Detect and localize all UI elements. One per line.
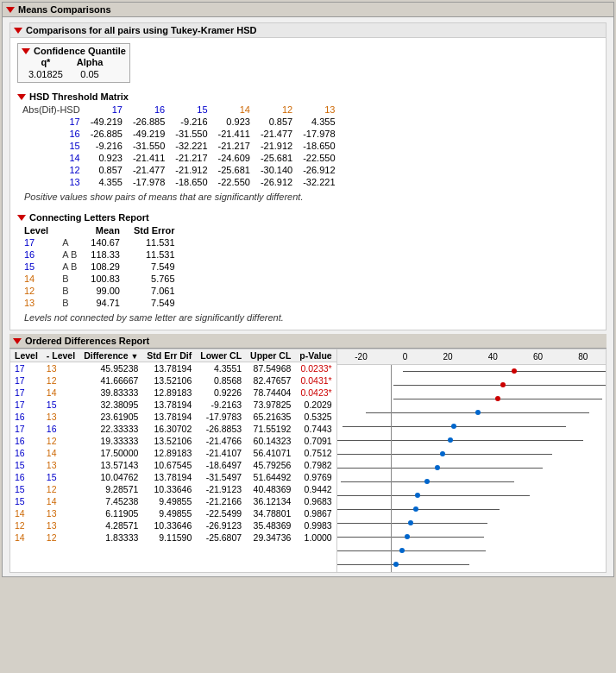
chart-row-8 [337,475,606,489]
chart-dot [475,410,481,415]
hsd-row-14: 14 0.923 -21.411 -21.217 -24.609 -25.681… [17,152,341,164]
od-cell-minus: 12 [42,374,79,387]
hsd-row-label-16: 16 [17,128,85,140]
hsd-17-14: 0.923 [213,116,255,128]
hsd-17-17: -49.219 [85,116,128,128]
od-cell-upper: 87.54968 [246,362,295,375]
collapse-icon-hsd[interactable] [17,94,26,100]
hsd-row-label-12: 12 [17,164,85,176]
hsd-16-14: -21.411 [213,128,255,140]
od-cell-lower: -21.9123 [196,483,246,495]
od-cell-lower: -21.2166 [196,495,246,507]
chart-row-2 [337,393,606,406]
chart-ci-line [403,371,606,372]
od-cell-diff: 22.33333 [79,423,142,435]
alpha-value: 0.05 [70,68,110,80]
od-cell-diff: 39.83333 [79,387,142,399]
od-row-10: 15 12 9.28571 10.33646 -21.9123 40.48369… [10,483,336,495]
cl-mean-16: 118.33 [84,248,127,261]
od-row-14: 14 12 1.83333 9.11590 -25.6807 29.34736 … [10,531,336,544]
hsd-14-13: -22.550 [298,152,340,164]
od-cell-stderr: 9.11590 [142,531,196,544]
od-cell-upper: 73.97825 [246,399,295,411]
od-cell-level: 17 [10,423,42,435]
od-cell-level: 17 [10,387,42,399]
hsd-12-14: -25.681 [213,164,255,176]
abs-dif-label: Abs(Dif)-HSD [17,104,85,116]
hsd-15-15: -32.221 [170,140,212,152]
hsd-14-12: -25.681 [255,152,298,164]
hsd-section: HSD Threshold Matrix Abs(Dif)-HSD 17 16 … [10,88,606,209]
hsd-12-12: -30.140 [255,164,298,176]
chart-ci-line [337,550,487,551]
od-cell-stderr: 13.78194 [142,411,196,423]
hsd-col-16: 16 [128,104,170,116]
chart-label--20: -20 [355,352,367,362]
collapse-icon-cq[interactable] [22,48,30,54]
hsd-15-17: -9.216 [85,140,128,152]
comparisons-title: Comparisons for all pairs using Tukey-Kr… [26,25,257,35]
collapse-icon-od[interactable] [13,338,22,344]
od-cell-lower: -25.6807 [196,531,246,544]
od-cell-upper: 36.12134 [246,495,295,507]
comparisons-header: Comparisons for all pairs using Tukey-Kr… [10,23,606,38]
od-cell-diff: 9.28571 [79,483,142,495]
cl-stderr-14: 5.765 [127,273,182,285]
od-row-5: 17 16 22.33333 16.30702 -26.8853 71.5519… [10,423,336,435]
collapse-icon-comparisons[interactable] [14,28,22,34]
hsd-13-15: -18.650 [170,176,212,188]
od-cell-stderr: 13.52106 [142,374,196,387]
od-cell-level: 15 [10,495,42,507]
chart-row-4 [337,420,606,434]
od-chart-section: -20 0 20 40 60 80 [336,349,606,572]
od-th-stderr: Std Err Dif [142,349,196,362]
hsd-col-17: 17 [85,104,128,116]
od-cell-minus: 12 [42,483,79,495]
od-cell-stderr: 9.49855 [142,507,196,519]
od-cell-diff: 23.61905 [79,411,142,423]
od-cell-upper: 56.41071 [246,447,295,459]
od-cell-upper: 60.14323 [246,435,295,447]
hsd-12-15: -21.912 [170,164,212,176]
od-cell-stderr: 16.30702 [142,423,196,435]
cl-header-level: Level [17,224,55,236]
q-value: 3.01825 [22,68,70,80]
cl-mean-17: 140.67 [84,236,127,248]
confidence-quantile-box: Confidence Quantile q* Alpha 3.01825 0.0… [17,43,130,83]
collapse-icon-main[interactable] [6,7,15,13]
cl-level-17: 17 [17,236,55,248]
chart-dot [495,396,500,401]
hsd-note: Positive values show pairs of means that… [17,188,599,205]
cq-title: Confidence Quantile [34,46,126,56]
collapse-icon-cl[interactable] [17,215,26,221]
cl-row-15: 15 A B 108.29 7.549 [17,261,182,273]
od-cell-pvalue: 0.7091 [295,435,336,447]
chart-row-1 [337,379,606,393]
chart-dot [500,382,506,387]
hsd-row-12: 12 0.857 -21.477 -21.912 -25.681 -30.140… [17,164,341,176]
od-cell-pvalue: 0.7512 [295,447,336,459]
cl-level-15: 15 [17,261,55,273]
od-cell-minus: 13 [42,507,79,519]
od-cell-minus: 13 [42,362,79,375]
hsd-col-14: 14 [213,104,255,116]
od-th-pvalue: p-Value [295,349,336,362]
conf-table: q* Alpha 3.01825 0.05 [22,56,110,80]
od-cell-upper: 35.48369 [246,519,295,531]
od-cell-minus: 16 [42,423,79,435]
chart-dot [393,562,399,567]
cl-section: Connecting Letters Report Level Mean Std… [10,209,606,330]
chart-dot [408,520,413,525]
cl-row-13: 13 B 94.71 7.549 [17,297,182,309]
chart-body [337,365,606,572]
chart-dot [405,534,410,539]
cl-stderr-15: 7.549 [127,261,182,273]
hsd-row-13: 13 4.355 -17.978 -18.650 -22.550 -26.912… [17,176,341,188]
od-cell-minus: 15 [42,471,79,483]
od-cell-diff: 45.95238 [79,362,142,375]
od-cell-stderr: 13.78194 [142,362,196,375]
chart-row-6 [337,448,606,462]
hsd-12-13: -26.912 [298,164,340,176]
od-cell-lower: -26.8853 [196,423,246,435]
chart-row-3 [337,406,606,420]
